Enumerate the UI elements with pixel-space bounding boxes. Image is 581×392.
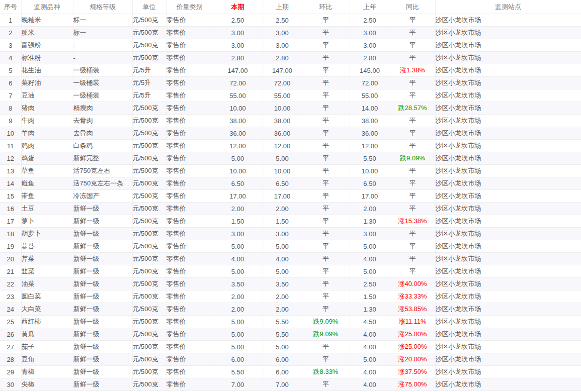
- cell-unit: 元/500克: [132, 102, 166, 115]
- cell-previous: 3.00: [263, 228, 302, 240]
- cell-yoy: 平: [390, 165, 435, 177]
- cell-unit: 元/500克: [132, 328, 166, 341]
- cell-unit: 元/500克: [132, 278, 166, 290]
- table-row: 17萝卜新鲜一级元/500克零售价1.501.50平1.30涨15.38%沙区小…: [0, 215, 581, 228]
- cell-category: 零售价: [166, 140, 213, 152]
- cell-index: 21: [0, 265, 21, 278]
- cell-mom: 平: [302, 290, 350, 303]
- cell-previous: 2.80: [263, 52, 302, 64]
- cell-variety: 羊肉: [21, 127, 73, 140]
- cell-spec: 新鲜一级: [73, 215, 132, 228]
- cell-spec: 一级桶装: [73, 77, 132, 89]
- cell-mom: 跌9.09%: [302, 316, 350, 328]
- table-row: 15带鱼冷冻国产元/500克零售价17.0017.00平17.00平沙区小龙坎市…: [0, 190, 581, 203]
- cell-station: 沙区小龙坎市场: [435, 378, 581, 391]
- cell-lastyear: 4.00: [350, 366, 390, 378]
- cell-mom: 平: [302, 27, 350, 39]
- cell-index: 20: [0, 253, 21, 265]
- table-row: 20芹菜新鲜一级元/500克零售价4.004.00平4.00平沙区小龙坎市场: [0, 253, 581, 265]
- cell-current: 72.00: [213, 77, 263, 89]
- cell-category: 零售价: [166, 115, 213, 127]
- cell-current: 38.00: [213, 115, 263, 127]
- cell-mom: 平: [302, 303, 350, 316]
- cell-category: 零售价: [166, 378, 213, 391]
- cell-current: 5.00: [213, 328, 263, 341]
- cell-lastyear: 4.00: [350, 341, 390, 353]
- cell-previous: 6.00: [263, 353, 302, 366]
- cell-category: 零售价: [166, 64, 213, 77]
- cell-lastyear: 2.00: [350, 203, 390, 215]
- table-row: 14鲢鱼活750克左右一条元/500克零售价6.506.50平6.50平沙区小龙…: [0, 177, 581, 190]
- cell-lastyear: 17.00: [350, 190, 390, 203]
- cell-index: 12: [0, 152, 21, 165]
- cell-category: 零售价: [166, 27, 213, 39]
- cell-station: 沙区小龙坎市场: [435, 203, 581, 215]
- cell-variety: 尖椒: [21, 378, 73, 391]
- cell-yoy: 平: [390, 203, 435, 215]
- cell-previous: 6.00: [263, 366, 302, 378]
- cell-unit: 元/500克: [132, 353, 166, 366]
- cell-yoy: 平: [390, 89, 435, 102]
- cell-yoy: 涨1.38%: [390, 64, 435, 77]
- cell-current: 3.50: [213, 278, 263, 290]
- col-header-lastyear: 上年: [350, 0, 390, 14]
- cell-variety: 大白菜: [21, 303, 73, 316]
- table-body: 1晚籼米标一元/500克零售价2.502.50平2.50平沙区小龙坎市场2粳米标…: [0, 14, 581, 391]
- cell-station: 沙区小龙坎市场: [435, 366, 581, 378]
- cell-yoy: 平: [390, 228, 435, 240]
- cell-current: 3.00: [213, 228, 263, 240]
- cell-yoy: 涨25.00%: [390, 341, 435, 353]
- cell-spec: 新鲜一级: [73, 316, 132, 328]
- cell-index: 17: [0, 215, 21, 228]
- col-header-unit: 单位: [132, 0, 166, 14]
- cell-spec: 一级桶装: [73, 89, 132, 102]
- cell-current: 5.00: [213, 240, 263, 253]
- cell-spec: 去骨肉: [73, 127, 132, 140]
- cell-unit: 元/500克: [132, 203, 166, 215]
- cell-station: 沙区小龙坎市场: [435, 265, 581, 278]
- cell-current: 17.00: [213, 190, 263, 203]
- cell-lastyear: 1.30: [350, 215, 390, 228]
- cell-station: 沙区小龙坎市场: [435, 140, 581, 152]
- cell-mom: 平: [302, 215, 350, 228]
- cell-variety: 蒜苔: [21, 240, 73, 253]
- cell-station: 沙区小龙坎市场: [435, 341, 581, 353]
- cell-lastyear: 6.50: [350, 177, 390, 190]
- cell-spec: 新鲜一级: [73, 328, 132, 341]
- table-row: 12鸡蛋新鲜完整元/500克零售价5.005.00平5.50跌9.09%沙区小龙…: [0, 152, 581, 165]
- cell-current: 5.50: [213, 366, 263, 378]
- cell-previous: 147.00: [263, 64, 302, 77]
- cell-yoy: 跌9.09%: [390, 152, 435, 165]
- cell-category: 零售价: [166, 228, 213, 240]
- cell-unit: 元/500克: [132, 140, 166, 152]
- cell-lastyear: 1.30: [350, 303, 390, 316]
- cell-category: 零售价: [166, 265, 213, 278]
- cell-index: 22: [0, 278, 21, 290]
- cell-category: 零售价: [166, 366, 213, 378]
- cell-category: 零售价: [166, 190, 213, 203]
- cell-category: 零售价: [166, 290, 213, 303]
- cell-category: 零售价: [166, 316, 213, 328]
- cell-spec: -: [73, 52, 132, 64]
- cell-lastyear: 3.00: [350, 39, 390, 52]
- cell-spec: 新鲜一级: [73, 203, 132, 215]
- cell-station: 沙区小龙坎市场: [435, 190, 581, 203]
- cell-lastyear: 38.00: [350, 115, 390, 127]
- col-header-yoy: 同比: [390, 0, 435, 14]
- cell-category: 零售价: [166, 77, 213, 89]
- cell-index: 28: [0, 353, 21, 366]
- col-header-current: 本期: [213, 0, 263, 14]
- cell-lastyear: 145.00: [350, 64, 390, 77]
- cell-previous: 5.50: [263, 316, 302, 328]
- cell-yoy: 涨11.11%: [390, 316, 435, 328]
- cell-variety: 菜籽油: [21, 77, 73, 89]
- cell-previous: 5.00: [263, 265, 302, 278]
- cell-mom: 平: [302, 341, 350, 353]
- cell-station: 沙区小龙坎市场: [435, 14, 581, 27]
- cell-station: 沙区小龙坎市场: [435, 115, 581, 127]
- cell-station: 沙区小龙坎市场: [435, 77, 581, 89]
- cell-mom: 平: [302, 39, 350, 52]
- cell-unit: 元/5升: [132, 77, 166, 89]
- cell-index: 15: [0, 190, 21, 203]
- cell-spec: 新鲜一级: [73, 240, 132, 253]
